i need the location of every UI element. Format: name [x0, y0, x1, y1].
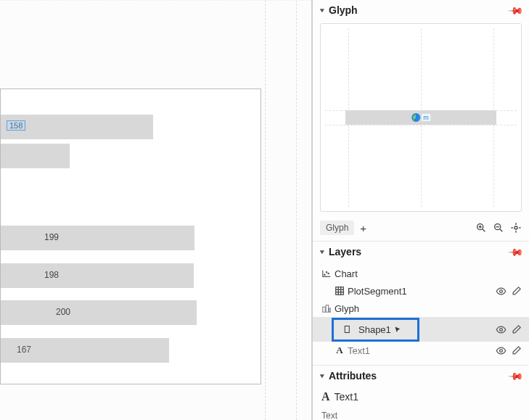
chart-icon: [320, 268, 333, 279]
layers-panel-header[interactable]: ▾ Layers 📌: [313, 242, 529, 262]
erase-icon[interactable]: [511, 324, 522, 335]
layer-shape1[interactable]: Shape1: [313, 317, 529, 342]
svg-line-1: [483, 229, 485, 231]
zoom-out-icon[interactable]: [493, 222, 504, 234]
svg-rect-23: [329, 308, 331, 312]
svg-line-5: [500, 229, 502, 231]
bar[interactable]: 158: [1, 115, 153, 139]
glyph-panel-header[interactable]: ▾ Glyph 📌: [313, 0, 529, 20]
bar[interactable]: 199: [1, 226, 194, 250]
erase-icon[interactable]: [511, 286, 522, 297]
layer-label: PlotSegment1: [346, 286, 496, 297]
grid-icon: [333, 286, 346, 296]
layer-label: Chart: [333, 268, 522, 279]
glyph-icon: [320, 303, 333, 313]
svg-point-20: [500, 289, 503, 292]
attributes-object-name: A Text1: [321, 390, 520, 403]
data-label: 167: [17, 345, 31, 355]
attributes-panel-header[interactable]: ▾ Attributes 📌: [313, 366, 529, 386]
data-field-icon: [411, 113, 420, 122]
text-icon: A: [333, 345, 346, 356]
bar[interactable]: [1, 144, 70, 168]
attribute-field-text[interactable]: Text: [321, 411, 520, 420]
visibility-icon[interactable]: [496, 286, 507, 297]
layers-panel-title: Layers: [329, 246, 361, 258]
glyph-marker-label: m: [422, 114, 430, 121]
svg-point-13: [326, 272, 327, 273]
glyph-editor[interactable]: m: [320, 23, 522, 212]
layer-label: Glyph: [333, 303, 522, 314]
rectangle-icon: [341, 324, 354, 334]
chart-canvas[interactable]: 158 199 198 200 167: [0, 0, 311, 420]
bar[interactable]: 200: [1, 300, 197, 325]
visibility-icon[interactable]: [496, 345, 507, 356]
chevron-down-icon: ▾: [320, 7, 324, 14]
data-label: 200: [56, 307, 70, 317]
selection-highlight: Shape1: [332, 318, 419, 342]
layers-tree: Chart PlotSegment1: [313, 262, 529, 365]
pin-icon[interactable]: 📌: [507, 243, 524, 260]
pin-icon[interactable]: 📌: [507, 367, 524, 384]
svg-point-14: [328, 273, 329, 273]
layer-glyph[interactable]: Glyph: [313, 300, 529, 317]
svg-rect-24: [345, 326, 349, 333]
glyph-panel-title: Glyph: [329, 4, 358, 16]
svg-point-26: [500, 349, 503, 352]
side-panel: ▾ Glyph 📌 m Glyph: [311, 0, 529, 420]
layer-chart[interactable]: Chart: [313, 265, 529, 282]
text-icon: A: [321, 390, 330, 403]
chevron-down-icon: ▾: [320, 372, 324, 379]
chart-plot-area[interactable]: 158 199 198 200 167: [0, 88, 261, 384]
svg-point-7: [514, 226, 517, 229]
chevron-down-icon: ▾: [320, 248, 324, 255]
glyph-data-marker[interactable]: m: [411, 113, 430, 122]
zoom-in-icon[interactable]: [475, 222, 487, 234]
layer-plotsegment[interactable]: PlotSegment1: [313, 282, 529, 300]
svg-rect-21: [323, 307, 326, 312]
bar[interactable]: 198: [1, 263, 194, 288]
attributes-panel-title: Attributes: [329, 370, 377, 382]
visibility-icon[interactable]: [496, 324, 507, 335]
svg-rect-22: [326, 305, 329, 313]
layer-label: Text1: [346, 345, 496, 356]
data-label: 199: [44, 232, 59, 242]
svg-point-12: [324, 274, 325, 275]
cursor-icon: [394, 326, 403, 334]
fit-view-icon[interactable]: [510, 222, 522, 234]
glyph-tab[interactable]: Glyph: [320, 221, 354, 235]
svg-rect-15: [336, 287, 344, 295]
data-label-selected[interactable]: 158: [7, 120, 25, 131]
layer-text1[interactable]: A Text1: [313, 342, 529, 359]
layer-label: Shape1: [358, 324, 391, 335]
pin-icon[interactable]: 📌: [507, 1, 524, 18]
attributes-object-label: Text1: [335, 391, 358, 403]
data-label: 198: [44, 270, 59, 280]
svg-point-25: [500, 328, 503, 331]
erase-icon[interactable]: [511, 345, 522, 356]
add-glyph-button[interactable]: +: [360, 222, 366, 234]
